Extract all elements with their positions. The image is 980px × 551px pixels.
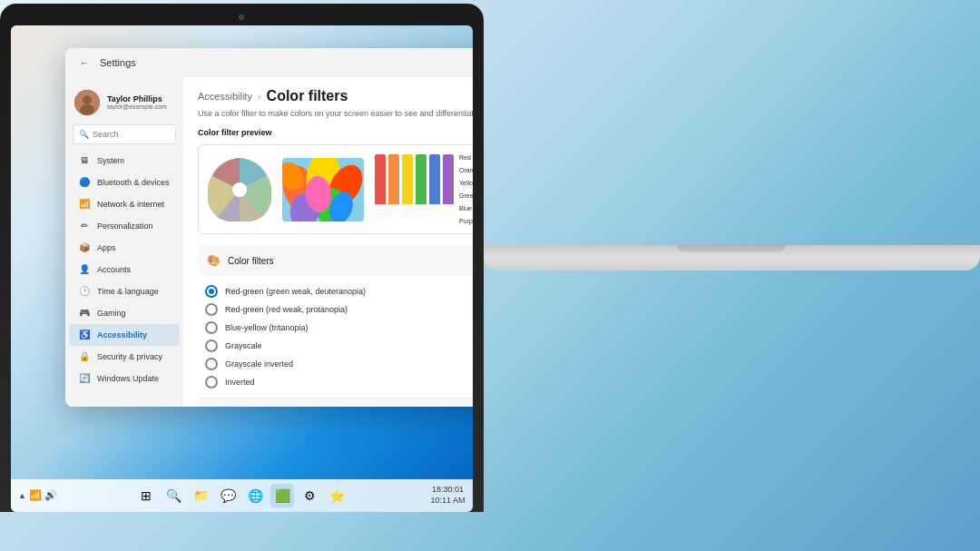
taskbar: ▲ 📶 🔊 ⊞ 🔍 📁 💬 🌐 🟩 ⚙ ⭐: [11, 479, 473, 512]
sidebar-item-label: Accessibility: [97, 330, 147, 339]
taskbar-system-icons: ▲ 📶 🔊: [18, 489, 57, 501]
sidebar-item-label: Security & privacy: [97, 352, 162, 361]
sidebar: Taylor Phillips taylor@example.com 🔍 🖥 S…: [65, 77, 183, 407]
green-bar: [416, 154, 426, 204]
date-display: 10:11 AM: [431, 496, 466, 507]
settings-taskbar-button[interactable]: ⚙: [298, 484, 321, 507]
sidebar-item-label: Bluetooth & devices: [97, 178, 170, 187]
window-body: Taylor Phillips taylor@example.com 🔍 🖥 S…: [65, 77, 473, 407]
sidebar-item-network[interactable]: 📶 Network & internet: [69, 193, 180, 215]
wifi-icon[interactable]: 📶: [29, 489, 42, 501]
sidebar-item-accounts[interactable]: 👤 Accounts: [69, 259, 180, 280]
radio-item-inverted[interactable]: Inverted: [205, 376, 473, 389]
search-taskbar-button[interactable]: 🔍: [162, 484, 185, 507]
red-label: Red: [459, 154, 473, 161]
radio-item-deuteranopia[interactable]: Red-green (green weak, deuteranopia): [205, 285, 473, 298]
start-button[interactable]: ⊞: [134, 484, 158, 507]
radio-label-tritanopia: Blue-yellow (tritanopia): [225, 323, 309, 332]
bars-group: [375, 154, 454, 204]
laptop-base: [484, 245, 980, 271]
color-bars: Red Orange Yellow Green Blue Purple: [375, 154, 473, 224]
bluetooth-icon: 🔵: [78, 176, 91, 189]
sidebar-item-system[interactable]: 🖥 System: [69, 150, 180, 172]
system-icon: 🖥: [78, 154, 91, 167]
main-content: Accessibility › Color filters Use a colo…: [183, 77, 473, 407]
store-button[interactable]: 🟩: [270, 484, 294, 507]
radio-outer: [205, 339, 218, 352]
update-icon: 🔄: [78, 372, 91, 385]
laptop-camera: [239, 15, 244, 20]
blue-label: Blue: [459, 205, 473, 212]
personalization-icon: ✏: [78, 220, 91, 232]
radio-inner: [209, 289, 214, 294]
radio-item-protanopia[interactable]: Red-green (red weak, protanopia): [205, 303, 473, 316]
sidebar-item-windows-update[interactable]: 🔄 Windows Update: [69, 368, 180, 389]
sidebar-item-label: Windows Update: [97, 374, 159, 383]
user-section: Taylor Phillips taylor@example.com: [65, 84, 183, 124]
red-bar: [375, 154, 386, 204]
window-title: Settings: [100, 57, 136, 68]
security-icon: 🔒: [78, 350, 91, 363]
accounts-icon: 👤: [78, 263, 91, 276]
sidebar-item-label: Time & language: [97, 287, 159, 296]
gaming-icon: 🎮: [78, 307, 91, 320]
user-info: Taylor Phillips taylor@example.com: [107, 94, 174, 110]
radio-item-grayscale-inverted[interactable]: Grayscale inverted: [205, 358, 473, 370]
user-name: Taylor Phillips: [107, 94, 174, 103]
radio-item-tritanopia[interactable]: Blue-yellow (tritanopia): [205, 321, 473, 334]
sidebar-item-label: Network & internet: [97, 200, 164, 209]
sidebar-item-security[interactable]: 🔒 Security & privacy: [69, 346, 180, 368]
extra-button[interactable]: ⭐: [325, 484, 348, 507]
breadcrumb: Accessibility › Color filters: [198, 88, 473, 104]
radio-outer: [205, 285, 218, 298]
user-email: taylor@example.com: [107, 103, 174, 110]
sidebar-item-label: System: [97, 156, 124, 165]
file-explorer-button[interactable]: 📁: [189, 484, 212, 507]
radio-group: Red-green (green weak, deuteranopia) Red…: [198, 285, 473, 389]
breadcrumb-parent[interactable]: Accessibility: [198, 91, 252, 102]
green-label: Green: [459, 192, 473, 199]
svg-point-17: [232, 182, 247, 197]
sidebar-item-time[interactable]: 🕐 Time & language: [69, 280, 180, 302]
purple-bar: [443, 154, 454, 204]
page-subtitle: Use a color filter to make colors on you…: [198, 108, 473, 120]
time-icon: 🕐: [78, 285, 91, 298]
title-bar-left: ← Settings: [76, 54, 473, 71]
sidebar-item-label: Apps: [97, 243, 116, 252]
laptop-outer: ← Settings ─ □ ✕: [0, 4, 484, 512]
sidebar-item-personalization[interactable]: ✏ Personalization: [69, 215, 180, 237]
flower-image-preview: [282, 158, 364, 221]
yellow-bar: [402, 154, 413, 204]
laptop-hinge: [677, 245, 786, 252]
search-box[interactable]: 🔍: [73, 124, 176, 144]
chevron-up-icon[interactable]: ▲: [18, 491, 26, 500]
radio-label-protanopia: Red-green (red weak, protanopia): [225, 305, 348, 314]
radio-label-deuteranopia: Red-green (green weak, deuteranopia): [225, 287, 366, 296]
svg-point-15: [80, 104, 94, 115]
sidebar-item-gaming[interactable]: 🎮 Gaming: [69, 302, 180, 324]
avatar: [74, 90, 100, 115]
volume-icon[interactable]: 🔊: [44, 489, 57, 501]
sidebar-item-bluetooth[interactable]: 🔵 Bluetooth & devices: [69, 172, 180, 193]
search-input[interactable]: [93, 130, 194, 139]
pie-chart: [208, 158, 271, 221]
bar-labels: Red Orange Yellow Green Blue Purple: [459, 154, 473, 224]
back-button[interactable]: ←: [76, 54, 93, 71]
taskbar-time: 18:30:01 10:11 AM: [431, 485, 466, 506]
browser-button[interactable]: 🌐: [243, 484, 267, 507]
laptop-screen: ← Settings ─ □ ✕: [11, 25, 473, 512]
radio-outer: [205, 321, 218, 334]
chat-button[interactable]: 💬: [216, 484, 240, 507]
color-filter-preview: Red Orange Yellow Green Blue Purple: [198, 144, 473, 234]
preview-section-label: Color filter preview: [198, 128, 473, 137]
sidebar-item-label: Personalization: [97, 221, 153, 231]
network-icon: 📶: [78, 198, 91, 211]
svg-point-14: [83, 95, 92, 104]
radio-item-grayscale[interactable]: Grayscale: [205, 339, 473, 352]
accessibility-icon: ♿: [78, 329, 91, 341]
purple-label: Purple: [459, 218, 473, 224]
breadcrumb-separator: ›: [258, 91, 261, 102]
sidebar-item-apps[interactable]: 📦 Apps: [69, 237, 180, 259]
radio-label-grayscale: Grayscale: [225, 341, 262, 350]
sidebar-item-accessibility[interactable]: ♿ Accessibility: [69, 324, 180, 346]
